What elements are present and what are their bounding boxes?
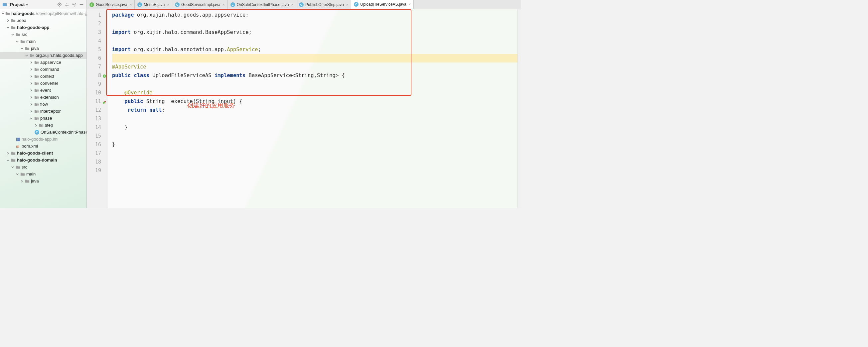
tree-row[interactable]: appservice <box>0 59 87 66</box>
code-line[interactable] <box>112 54 521 62</box>
tree-twisty-icon[interactable] <box>29 82 33 86</box>
tree-twisty-icon[interactable] <box>29 74 33 78</box>
close-icon[interactable]: × <box>408 2 411 6</box>
tree-row[interactable]: event <box>0 87 87 94</box>
tree-twisty-icon[interactable] <box>15 39 19 43</box>
editor-tab[interactable]: CGoodServiceImpl.java× <box>172 0 228 9</box>
line-number[interactable]: 15 <box>87 132 107 140</box>
tree-twisty-icon[interactable] <box>6 151 10 155</box>
line-number[interactable]: 1 <box>87 11 107 19</box>
line-number[interactable]: 4 <box>87 37 107 45</box>
editor-tab[interactable]: CUploadFileServiceAS.java× <box>351 0 414 9</box>
project-tree[interactable]: halo-goods/develop/gitRep/mw/halo-goods.… <box>0 9 87 208</box>
tree-row[interactable]: step <box>0 122 87 129</box>
close-icon[interactable]: × <box>222 3 224 7</box>
tree-row[interactable]: halo-goods-domain <box>0 157 87 163</box>
tree-row[interactable]: src <box>0 163 87 170</box>
tree-twisty-icon[interactable] <box>15 172 19 176</box>
tree-row[interactable]: converter <box>0 80 87 87</box>
tree-row-root[interactable]: halo-goods/develop/gitRep/mw/halo-goods <box>0 10 87 17</box>
line-number[interactable]: 9 <box>87 80 107 88</box>
dropdown-icon[interactable]: ▾ <box>26 2 28 7</box>
line-number[interactable]: 6 <box>87 54 107 62</box>
editor-gutter[interactable]: 12345678I910111213141516171819 <box>87 9 107 208</box>
line-number[interactable]: 3 <box>87 28 107 37</box>
code-line[interactable]: public String execute(String input) { <box>112 97 521 106</box>
project-title[interactable]: Project <box>9 2 25 7</box>
line-number[interactable]: 13 <box>87 114 107 123</box>
tree-twisty-icon[interactable] <box>29 116 33 120</box>
line-number[interactable]: 17 <box>87 149 107 158</box>
tree-twisty-icon[interactable] <box>29 61 33 64</box>
tree-twisty-icon[interactable] <box>29 95 33 99</box>
tree-twisty-icon[interactable] <box>11 33 14 37</box>
locate-icon[interactable] <box>57 2 63 8</box>
tree-row[interactable]: main <box>0 170 87 178</box>
tree-twisty-icon[interactable] <box>6 26 10 30</box>
code-line[interactable]: @Override <box>112 88 521 97</box>
settings-icon[interactable] <box>71 2 77 8</box>
code-area[interactable]: 创建好的应用服务 package org.xujin.halo.goods.ap… <box>107 9 521 208</box>
tree-row[interactable]: src <box>0 31 87 38</box>
code-line[interactable] <box>112 19 521 28</box>
line-number[interactable]: 12 <box>87 106 107 114</box>
tree-row[interactable]: extension <box>0 94 87 101</box>
close-icon[interactable]: × <box>129 3 132 7</box>
line-number[interactable]: 16 <box>87 140 107 149</box>
editor-tab[interactable]: IGoodService.java× <box>87 0 135 9</box>
code-line[interactable] <box>112 149 521 158</box>
tree-row[interactable]: java <box>0 178 87 185</box>
editor-scrollbar[interactable] <box>518 9 521 208</box>
code-line[interactable] <box>112 132 521 140</box>
line-number[interactable]: 10 <box>87 88 107 97</box>
tree-row[interactable]: .idea <box>0 17 87 24</box>
code-line[interactable]: public class UploadFileServiceAS impleme… <box>112 71 521 80</box>
line-number[interactable]: 11 <box>87 97 107 106</box>
close-icon[interactable]: × <box>166 3 169 7</box>
tree-row[interactable]: context <box>0 73 87 80</box>
line-number[interactable]: 8I <box>87 71 107 80</box>
editor-tab[interactable]: CPublishOfferStep.java× <box>296 0 351 9</box>
line-number[interactable]: 14 <box>87 123 107 132</box>
tree-twisty-icon[interactable] <box>29 67 33 71</box>
tree-twisty-icon[interactable] <box>11 165 14 169</box>
code-line[interactable] <box>112 158 521 166</box>
line-number[interactable]: 2 <box>87 19 107 28</box>
tree-row[interactable]: ▦halo-goods-app.iml <box>0 136 87 143</box>
hide-icon[interactable] <box>79 2 85 8</box>
editor-tab[interactable]: COnSaleContextInitPhase.java× <box>228 0 296 9</box>
tree-twisty-icon[interactable] <box>6 158 10 162</box>
code-line[interactable]: import org.xujin.halo.annotation.app.App… <box>112 45 521 54</box>
code-line[interactable]: import org.xujin.halo.command.BaseAppSer… <box>112 28 521 37</box>
tree-row[interactable]: halo-goods-app <box>0 24 87 31</box>
close-icon[interactable]: × <box>345 3 348 7</box>
code-line[interactable] <box>112 37 521 45</box>
close-icon[interactable]: × <box>291 3 293 7</box>
implements-gutter-icon[interactable]: I <box>102 73 106 77</box>
tree-twisty-icon[interactable] <box>25 54 29 58</box>
code-line[interactable]: return null; <box>112 106 521 114</box>
code-line[interactable]: } <box>112 123 521 132</box>
tree-row[interactable]: java <box>0 45 87 52</box>
line-number[interactable]: 18 <box>87 158 107 166</box>
code-line[interactable] <box>112 166 521 175</box>
tree-twisty-icon[interactable] <box>29 102 33 106</box>
override-gutter-icon[interactable] <box>102 99 106 103</box>
tree-row[interactable]: COnSaleContextInitPhase <box>0 129 87 136</box>
tree-row[interactable]: main <box>0 38 87 45</box>
tree-row[interactable]: mpom.xml <box>0 143 87 150</box>
editor-tab[interactable]: CMenuE.java× <box>135 0 172 9</box>
tree-twisty-icon[interactable] <box>34 123 38 127</box>
tree-row[interactable]: flow <box>0 101 87 108</box>
tree-twisty-icon[interactable] <box>29 109 33 113</box>
code-line[interactable]: package org.xujin.halo.goods.app.appserv… <box>112 11 521 19</box>
line-number[interactable]: 19 <box>87 166 107 175</box>
code-line[interactable] <box>112 80 521 88</box>
line-number[interactable]: 5 <box>87 45 107 54</box>
tree-row[interactable]: command <box>0 66 87 73</box>
tree-twisty-icon[interactable] <box>29 88 33 92</box>
tree-twisty-icon[interactable] <box>20 179 24 183</box>
tree-twisty-icon[interactable] <box>1 12 5 15</box>
tree-twisty-icon[interactable] <box>6 19 10 23</box>
tree-row[interactable]: org.xujin.halo.goods.app <box>0 52 87 59</box>
